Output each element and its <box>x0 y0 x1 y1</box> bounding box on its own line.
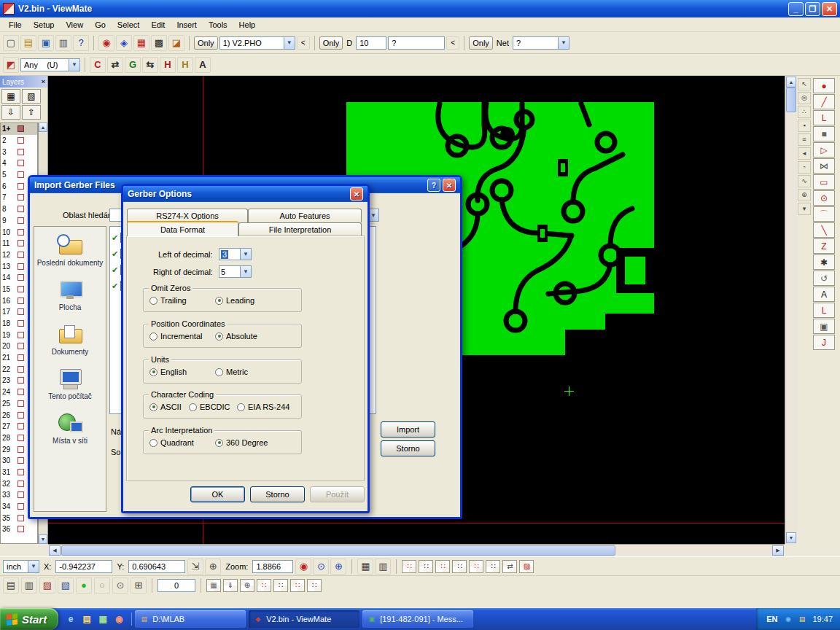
task-viewmate[interactable]: ◆ V2.bin - ViewMate <box>249 610 359 628</box>
zoom-point-icon[interactable]: ◉ <box>295 559 311 575</box>
layer-up-icon[interactable]: ⇧ <box>22 105 41 120</box>
pointer-icon[interactable]: ↖ <box>798 78 811 90</box>
layers-close-icon[interactable]: × <box>42 78 45 85</box>
layer-row[interactable]: 36 <box>1 524 37 535</box>
pad-tool-icon[interactable]: ● <box>813 78 835 93</box>
layer-color-swatch[interactable] <box>18 343 24 349</box>
any-combo[interactable]: Any (U) ▼ <box>20 58 80 71</box>
grid-table-icon[interactable]: ⊞ <box>131 578 147 594</box>
film-pattern-icon-8[interactable]: ▨ <box>519 560 534 573</box>
task-messenger[interactable]: ▣ [191-482-091] - Mess... <box>362 610 473 628</box>
scroll-down-icon[interactable]: ▼ <box>786 532 796 543</box>
layer-color-swatch[interactable] <box>18 240 24 246</box>
folder-quicklaunch-icon[interactable]: ▤ <box>80 612 93 626</box>
h-mode-icon[interactable]: H <box>160 57 176 73</box>
pat-red-icon-1[interactable]: ∷ <box>257 579 271 592</box>
dcode-mixed-icon[interactable]: ◪ <box>168 35 184 51</box>
file-combo[interactable]: 1) V2.PHO ▼ <box>219 36 295 50</box>
crosshair-icon[interactable]: ⊕ <box>240 579 254 592</box>
j-tool-icon[interactable]: J <box>813 335 835 350</box>
insert-tool-icon[interactable]: ▣ <box>813 319 835 334</box>
canvas-hscrollbar[interactable]: ◀ ▶ <box>48 544 785 556</box>
film-pattern-icon-6[interactable]: ∷ <box>486 560 500 573</box>
scroll-down-icon[interactable]: ▼ <box>39 534 47 544</box>
step-counter-field[interactable]: 0 <box>158 579 195 592</box>
zigzag-tool-icon[interactable]: Z <box>813 238 835 254</box>
help-icon[interactable]: ? <box>427 179 440 192</box>
layer-color-swatch[interactable] <box>18 446 24 453</box>
scroll-right-icon[interactable]: ▶ <box>772 545 784 556</box>
layer-grid-alt-icon[interactable]: ▧ <box>22 89 41 104</box>
menu-item[interactable]: View <box>60 19 89 31</box>
dcode-flash-icon[interactable]: ◉ <box>98 35 114 51</box>
h2-mode-icon[interactable]: H <box>177 57 193 73</box>
close-button[interactable]: ✕ <box>822 2 837 16</box>
scroll-up-icon[interactable]: ▲ <box>786 77 796 88</box>
measure-icon[interactable]: ⇲ <box>187 559 203 575</box>
layer-color-swatch[interactable] <box>18 515 24 521</box>
menu-item[interactable]: Select <box>112 19 146 31</box>
layer-color-swatch[interactable] <box>18 229 24 236</box>
layer-color-swatch[interactable] <box>18 481 24 487</box>
place-documents[interactable]: Dokumenty <box>35 323 105 356</box>
scroll-left-icon[interactable]: ◀ <box>49 545 61 556</box>
zoom-field[interactable]: 1.8866 <box>252 560 293 573</box>
storno-button[interactable]: Storno <box>250 486 305 502</box>
dcode-select-icon[interactable]: ◈ <box>116 35 132 51</box>
radio-absolute[interactable] <box>215 332 223 341</box>
menu-item[interactable]: Edit <box>145 19 171 31</box>
layer-color-swatch[interactable] <box>18 400 24 407</box>
desktop-quicklaunch-icon[interactable]: ▦ <box>96 612 109 626</box>
only-d-toggle[interactable]: Only <box>319 36 343 50</box>
blank-icon[interactable]: ▫ <box>798 161 811 174</box>
units-combo[interactable]: inch ▼ <box>3 560 39 573</box>
more-icon[interactable]: ▾ <box>798 203 811 215</box>
hscroll-thumb[interactable] <box>61 545 615 556</box>
prev-d-button[interactable]: < <box>446 36 459 50</box>
chevron-down-icon[interactable]: ▼ <box>240 248 252 260</box>
aperture-table-icon[interactable]: ▥ <box>375 559 391 575</box>
place-recent[interactable]: Poslední dokumenty <box>35 234 105 267</box>
stack-alt-icon[interactable]: ▥ <box>21 578 37 594</box>
y-coordinate-field[interactable]: 0.690643 <box>128 560 185 573</box>
menu-item[interactable]: Help <box>233 19 262 31</box>
layer-color-swatch[interactable] <box>18 252 24 258</box>
tray-keyboard-icon[interactable]: ▤ <box>796 614 807 625</box>
tab-auto-features[interactable]: Auto Features <box>248 209 362 222</box>
ok-button[interactable]: OK <box>190 486 245 502</box>
gerber-dialog-titlebar[interactable]: Gerber Options ✕ <box>123 186 368 202</box>
target-icon[interactable]: ⊕ <box>798 189 811 201</box>
l-pad-tool-icon[interactable]: L <box>813 303 835 318</box>
layer-color-swatch[interactable] <box>18 389 24 395</box>
prev-file-button[interactable]: < <box>297 36 310 50</box>
origin-icon[interactable]: ⊕ <box>205 559 221 575</box>
chevron-down-icon[interactable]: ▼ <box>284 36 295 50</box>
place-computer[interactable]: Tento počítač <box>35 368 105 400</box>
layer-color-swatch[interactable] <box>18 423 24 429</box>
line-tool-icon[interactable]: ╱ <box>813 94 835 109</box>
dcode-grid-icon[interactable]: ▦ <box>133 35 149 51</box>
layer-row[interactable]: 1+ <box>1 123 37 135</box>
layer-color-swatch[interactable] <box>18 149 24 155</box>
right-of-decimal-combo[interactable]: 5 ▼ <box>219 265 252 278</box>
a-mode-icon[interactable]: A <box>195 57 211 73</box>
help-select-icon[interactable]: ? <box>73 35 89 51</box>
circle-tool-icon[interactable]: ⊙ <box>813 190 835 206</box>
storno-button[interactable]: Storno <box>381 440 435 456</box>
layer-color-swatch[interactable] <box>18 274 24 281</box>
probe-on-icon[interactable]: ⊙ <box>112 578 128 594</box>
language-indicator[interactable]: EN <box>766 615 777 623</box>
radio-ebcdic[interactable] <box>189 403 197 411</box>
layer-color-swatch[interactable] <box>18 308 24 315</box>
d-query-field[interactable]: ? <box>388 36 445 50</box>
film-blue-icon[interactable]: ▧ <box>58 578 74 594</box>
chevron-down-icon[interactable]: ▼ <box>69 58 80 71</box>
place-network[interactable]: Místa v síti <box>35 412 105 445</box>
layer-color-swatch[interactable] <box>18 354 24 361</box>
x-coordinate-field[interactable]: -0.942237 <box>55 560 112 573</box>
layer-color-swatch[interactable] <box>18 366 24 373</box>
film-red-icon[interactable]: ▨ <box>39 578 55 594</box>
tab-file-interpretation[interactable]: File Interpretation <box>238 222 362 236</box>
print-icon[interactable]: ▥ <box>55 35 71 51</box>
film-pattern-icon-4[interactable]: ∷ <box>452 560 467 573</box>
